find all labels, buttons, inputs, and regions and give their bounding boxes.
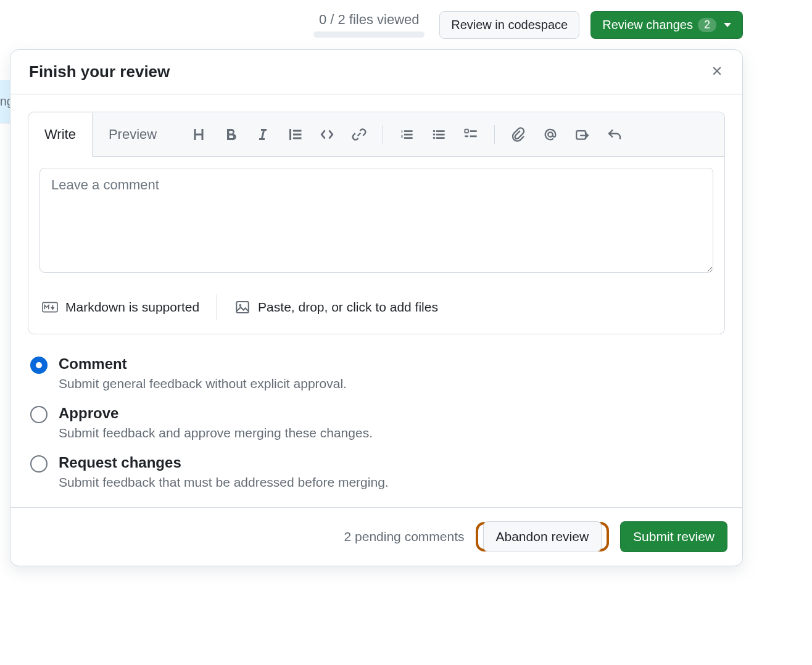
svg-rect-7 xyxy=(236,302,249,313)
option-title: Comment xyxy=(59,355,347,373)
svg-point-0 xyxy=(433,130,436,132)
option-desc: Submit feedback that must be addressed b… xyxy=(59,475,389,490)
heading-icon[interactable] xyxy=(184,120,213,149)
cross-reference-icon[interactable] xyxy=(568,120,597,149)
bold-icon[interactable] xyxy=(216,120,246,149)
option-approve[interactable]: Approve Submit feedback and approve merg… xyxy=(30,405,725,440)
pending-comments-label: 2 pending comments xyxy=(344,529,465,544)
reply-icon[interactable] xyxy=(600,120,629,149)
files-viewed-label: 0 / 2 files viewed xyxy=(319,12,420,28)
review-count-badge: 2 xyxy=(698,18,716,32)
radio-icon xyxy=(30,406,48,423)
review-changes-button[interactable]: Review changes 2 xyxy=(590,11,743,39)
italic-icon[interactable] xyxy=(248,120,278,149)
popover-footer: 2 pending comments Abandon review Submit… xyxy=(10,507,742,566)
review-in-codespace-label: Review in codespace xyxy=(451,18,568,32)
svg-point-2 xyxy=(433,136,436,139)
option-title: Approve xyxy=(59,405,373,422)
tab-write[interactable]: Write xyxy=(28,113,93,157)
attach-files-link[interactable]: Paste, drop, or click to add files xyxy=(234,300,438,315)
abandon-review-button[interactable]: Abandon review xyxy=(483,521,602,551)
documentation-highlight: Abandon review xyxy=(476,522,610,551)
markdown-toolbar xyxy=(173,120,724,149)
attach-icon[interactable] xyxy=(503,120,533,149)
comment-composer: Write Preview xyxy=(28,112,725,334)
caret-down-icon xyxy=(724,23,731,27)
review-changes-label: Review changes xyxy=(602,18,693,32)
option-desc: Submit general feedback without explicit… xyxy=(59,376,347,391)
popover-header: Finish your review xyxy=(10,50,742,94)
tab-preview[interactable]: Preview xyxy=(93,112,173,156)
svg-point-1 xyxy=(433,133,436,136)
attach-files-label: Paste, drop, or click to add files xyxy=(258,300,438,315)
code-icon[interactable] xyxy=(312,120,342,149)
mention-icon[interactable] xyxy=(536,120,565,149)
task-list-icon[interactable] xyxy=(456,120,486,149)
ordered-list-icon[interactable] xyxy=(392,120,421,149)
markdown-help-label: Markdown is supported xyxy=(65,300,199,315)
footer-separator xyxy=(217,294,217,320)
svg-rect-3 xyxy=(465,129,469,133)
option-desc: Submit feedback and approve merging thes… xyxy=(59,426,373,440)
radio-icon xyxy=(30,455,48,473)
finish-review-popover: Finish your review Write Preview xyxy=(10,49,743,566)
submit-review-button[interactable]: Submit review xyxy=(620,521,727,552)
popover-title: Finish your review xyxy=(29,62,170,81)
toolbar-separator xyxy=(383,125,383,144)
radio-icon xyxy=(30,357,48,374)
svg-point-8 xyxy=(239,304,241,307)
close-icon[interactable] xyxy=(710,64,724,80)
toolbar-separator xyxy=(494,125,495,144)
review-in-codespace-button[interactable]: Review in codespace xyxy=(439,11,579,39)
review-option-group: Comment Submit general feedback without … xyxy=(28,355,725,490)
link-icon[interactable] xyxy=(344,120,374,149)
option-title: Request changes xyxy=(59,454,389,471)
markdown-help-link[interactable]: Markdown is supported xyxy=(42,300,199,315)
pr-topbar: 0 / 2 files viewed Review in codespace R… xyxy=(0,0,812,49)
option-comment[interactable]: Comment Submit general feedback without … xyxy=(30,355,725,391)
files-viewed-group: 0 / 2 files viewed xyxy=(313,12,425,38)
files-viewed-progress[interactable] xyxy=(313,31,425,38)
quote-icon[interactable] xyxy=(280,120,310,149)
unordered-list-icon[interactable] xyxy=(424,120,454,149)
composer-footer: Markdown is supported Paste, drop, or cl… xyxy=(28,286,724,334)
composer-tabstrip: Write Preview xyxy=(28,112,724,157)
comment-textarea[interactable] xyxy=(39,168,713,273)
option-request-changes[interactable]: Request changes Submit feedback that mus… xyxy=(30,454,725,490)
